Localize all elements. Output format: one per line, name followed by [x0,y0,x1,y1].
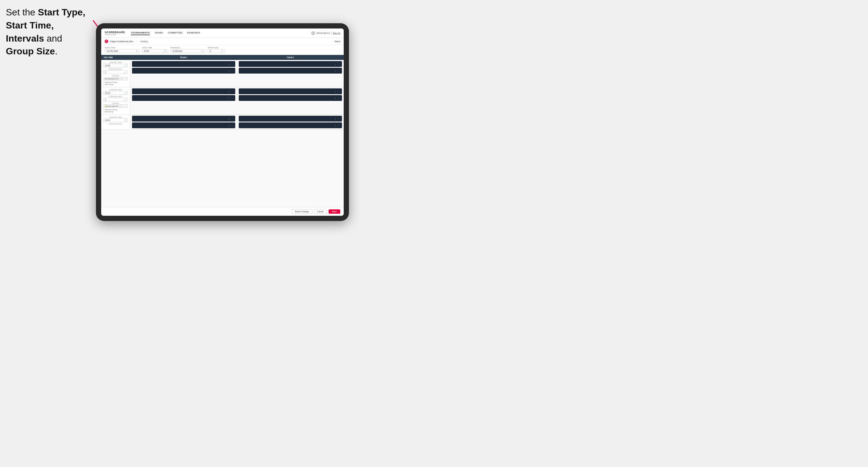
add-group-2[interactable]: + Add Group [103,111,128,113]
remove-group-1[interactable]: ○ Remove Group [103,81,128,83]
team1-x1-3[interactable]: ✕ [228,118,229,120]
team2-x2-3[interactable]: ✕ [335,124,336,126]
team2-x2-1[interactable]: ✕ [335,70,336,72]
bold-start-time: Start Time, [6,20,54,31]
remove-group-2[interactable]: ○ Remove Group [103,108,128,111]
team1-dots1-1[interactable]: ⋯ [230,63,233,65]
starting-hole-value-2[interactable]: 1 ▲▼ [103,98,128,101]
time-icon-2: 🕐 [124,92,126,94]
team2-input2-1[interactable] [241,70,334,72]
team2-row1-1[interactable]: ✕ ⋯ [239,61,342,67]
starting-hole-label-3: STARTING HOLE: [103,123,128,125]
time-icon-1: 🕐 [124,65,126,67]
team2-dots1-1[interactable]: ⋯ [337,63,340,65]
team2-input1-2[interactable] [241,90,334,92]
team2-dots1-3[interactable]: ⋯ [337,118,340,120]
course-name-1: (A) Peachtree GC [105,78,119,80]
nav-tab-rankings[interactable]: RANKINGS [187,31,200,35]
hole-chevron-2: ▲▼ [123,99,126,101]
team2-dots1-2[interactable]: ⋯ [337,90,340,93]
team1-dots2-1[interactable]: ⋯ [230,69,233,72]
tablet-frame: SCOREBOARD Powered by clipp TOURNAMENTS … [96,23,349,221]
team2-row2-2[interactable]: ✕ ⋯ [239,95,342,101]
team1-input2-1[interactable] [134,70,227,72]
starting-time-value-3[interactable]: 10:20 🕐 [103,118,128,122]
group-size-select[interactable]: 3 ▼ [208,49,225,53]
team1-x2-2[interactable]: ✕ [228,97,229,99]
team1-row1-3[interactable]: ✕ ⋯ [132,116,235,122]
team1-dots2-2[interactable]: ⋯ [230,97,233,99]
th-team2: Team 2 [237,55,344,60]
tee-table: Tee Time Team 1 Team 2 STARTING TIME: 10… [101,55,344,130]
team1-row1-1[interactable]: ✕ ⋯ [132,61,235,67]
starting-time-value-2[interactable]: 10:10 🕐 [103,91,128,95]
team2-row1-2[interactable]: ✕ ⋯ [239,88,342,94]
team2-x1-2[interactable]: ✕ [335,90,336,92]
team1-x1-1[interactable]: ✕ [228,63,229,65]
team2-input2-2[interactable] [241,97,334,99]
course-remove-2[interactable]: ✕ [119,105,120,107]
start-time-value: 10:00 [144,50,149,52]
main-content: Tee Time Team 1 Team 2 STARTING TIME: 10… [101,55,344,207]
team2-cell-3: ✕ ⋯ ✕ ⋯ [237,115,344,129]
team2-cell-1: ✕ ⋯ ✕ ⋯ [237,60,344,87]
course-expand-1[interactable]: ▼ [121,78,123,80]
group-left-2: STARTING TIME: 10:10 🕐 STARTING HOLE: 1 … [101,87,130,114]
team1-input2-2[interactable] [134,97,227,99]
nav-tab-teams[interactable]: TEAMS [154,31,163,35]
starting-time-value-1[interactable]: 10:00 🕐 [103,64,128,67]
team2-x1-1[interactable]: ✕ [335,63,336,65]
bold-intervals: Intervals [6,33,44,43]
intervals-select[interactable]: 10 Minutes ▼ [170,49,205,53]
group-left-1: STARTING TIME: 10:00 🕐 STARTING HOLE: 1 … [101,60,130,87]
team2-row1-3[interactable]: ✕ ⋯ [239,116,342,122]
team2-row2-1[interactable]: ✕ ⋯ [239,68,342,73]
tournament-name[interactable]: Clippd Invitational (Mo... [110,40,135,43]
team1-row1-2[interactable]: ✕ ⋯ [132,88,235,94]
hole-chevron-1: ▲▼ [123,71,126,73]
team1-row2-3[interactable]: ✕ ⋯ [132,122,235,128]
team2-dots2-1[interactable]: ⋯ [337,69,340,72]
save-button[interactable]: Save [329,209,340,214]
top-nav: SCOREBOARD Powered by clipp TOURNAMENTS … [101,29,344,38]
team1-input2-3[interactable] [134,124,227,126]
course-remove-1[interactable]: ✕ [119,77,121,80]
start-time-select[interactable]: 10:00 🕐 [142,49,168,53]
team1-x2-3[interactable]: ✕ [228,124,229,126]
team1-dots1-2[interactable]: ⋯ [230,90,233,93]
course-name-2: ⛳ East Lake GC [105,105,118,107]
course-expand-2[interactable]: ▼ [121,105,122,107]
instruction-text: Set the Start Type, Start Time, Interval… [6,6,96,58]
team2-dots2-3[interactable]: ⋯ [337,124,340,127]
team2-x1-3[interactable]: ✕ [335,118,336,120]
team1-dots1-3[interactable]: ⋯ [230,118,233,120]
back-button[interactable]: ‹ Back [334,40,340,43]
team1-input1-2[interactable] [134,90,227,92]
bold-start-type: Start Type, [38,7,85,18]
start-type-label: Start Type [105,47,140,49]
add-group-1[interactable]: + Add Group [103,84,128,85]
team1-x2-1[interactable]: ✕ [228,70,229,72]
nav-tab-tournaments[interactable]: TOURNAMENTS [131,31,150,35]
controls-row: Start Type 1st Tee Start ▼ Start Time 10… [101,45,344,55]
team2-dots2-2[interactable]: ⋯ [337,97,340,99]
logo-area: SCOREBOARD Powered by clipp [105,31,125,35]
team1-dots2-3[interactable]: ⋯ [230,124,233,127]
team1-input1-1[interactable] [134,63,227,65]
team1-row2-2[interactable]: ✕ ⋯ [132,95,235,101]
team2-row2-3[interactable]: ✕ ⋯ [239,122,342,128]
reset-changes-button[interactable]: Reset Changes [292,209,312,214]
sign-out-link[interactable]: Sign out [333,32,340,34]
team2-input1-1[interactable] [241,63,334,65]
team2-input1-3[interactable] [241,118,334,120]
group-size-label: Group Size [208,47,225,49]
cancel-button[interactable]: Cancel [314,209,327,214]
start-type-select[interactable]: 1st Tee Start ▼ [105,49,140,53]
nav-tab-committee[interactable]: COMMITTEE [168,31,183,35]
team2-x2-2[interactable]: ✕ [335,97,336,99]
starting-hole-value-1[interactable]: 1 ▲▼ [103,70,128,74]
team2-input2-3[interactable] [241,124,334,126]
team1-row2-1[interactable]: ✕ ⋯ [132,68,235,73]
team1-x1-2[interactable]: ✕ [228,90,229,92]
team1-input1-3[interactable] [134,118,227,120]
